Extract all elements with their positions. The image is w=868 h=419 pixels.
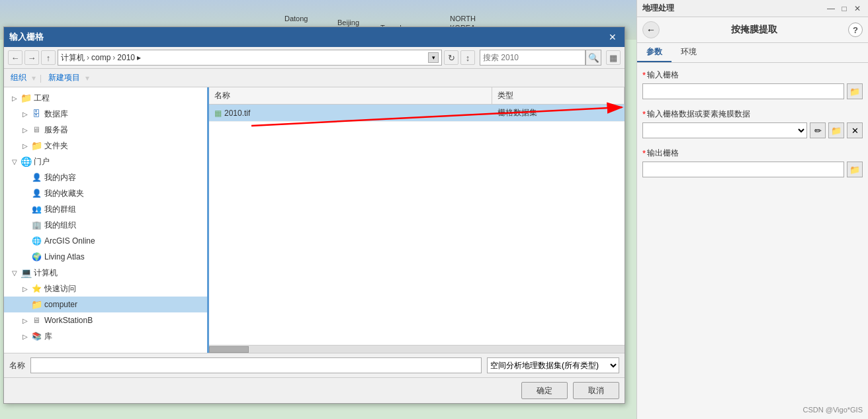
tree-toggle-db: ▷ bbox=[20, 111, 30, 118]
bottom-bar: 名称 空间分析地理数据集(所有类型) 空间分析地理数据集(所有类型) bbox=[4, 353, 625, 377]
geo-title-buttons: — □ ✕ bbox=[826, 3, 863, 14]
tree-item-db[interactable]: ▷ 🗄 数据库 bbox=[4, 106, 207, 122]
filename-input[interactable] bbox=[30, 357, 482, 373]
geo-float-button[interactable]: □ bbox=[839, 3, 849, 14]
file-cell-type: 栅格数据集 bbox=[492, 107, 625, 118]
mask-select[interactable] bbox=[642, 122, 807, 138]
geo-field-input-raster: * 输入栅格 📁 bbox=[642, 70, 863, 99]
tree-item-myfav[interactable]: 👤 我的收藏夹 bbox=[4, 185, 207, 201]
tree-item-server[interactable]: ▷ 🖥 服务器 bbox=[4, 122, 207, 138]
geo-minimize-button[interactable]: — bbox=[826, 3, 836, 14]
file-list: ▦ 2010.tif 栅格数据集 bbox=[209, 105, 625, 345]
input-raster-field[interactable] bbox=[642, 83, 844, 99]
input-raster-dialog: 输入栅格 ✕ ← → ↑ 计算机 › comp › 2010 ▸ ▾ ↻ ↕ 🔍… bbox=[3, 26, 625, 404]
tree-item-arcgis[interactable]: 🌐 ArcGIS Online bbox=[4, 233, 207, 249]
col-header-type: 类型 bbox=[492, 87, 625, 104]
tree-item-comp-node[interactable]: 📁 computer bbox=[4, 297, 207, 312]
view-toggle-button[interactable]: ▦ bbox=[606, 50, 621, 65]
tree-item-lib[interactable]: ▷ 📚 库 bbox=[4, 328, 207, 344]
tree-label-proj: 工程 bbox=[34, 93, 50, 104]
name-label: 名称 bbox=[9, 360, 25, 371]
geo-help-button[interactable]: ? bbox=[848, 23, 863, 37]
tree-item-myorg[interactable]: 🏢 我的组织 bbox=[4, 217, 207, 233]
dialog-title-bar: 输入栅格 ✕ bbox=[4, 27, 625, 47]
input-raster-folder-btn[interactable]: 📁 bbox=[847, 83, 863, 99]
search-input[interactable] bbox=[480, 50, 586, 66]
tree-item-quickaccess[interactable]: ▷ ⭐ 快速访问 bbox=[4, 281, 207, 297]
mask-edit-btn[interactable]: ✏ bbox=[810, 122, 826, 138]
geo-tabs: 参数 环境 bbox=[637, 43, 868, 63]
breadcrumb-item-comp[interactable]: comp bbox=[91, 53, 110, 62]
tree-label-computer: 计算机 bbox=[34, 267, 58, 279]
org-icon: 🏢 bbox=[30, 219, 42, 231]
organize-bar: 组织 ▾ | 新建项目 ▾ bbox=[4, 69, 625, 87]
output-folder-btn[interactable]: 📁 bbox=[847, 162, 863, 177]
breadcrumb-item-2010[interactable]: 2010 ▸ bbox=[117, 53, 141, 62]
person-icon-myfav: 👤 bbox=[30, 187, 42, 199]
tree-label-comp-node: computer bbox=[44, 300, 77, 309]
tree-label-myfav: 我的收藏夹 bbox=[44, 188, 84, 199]
search-bar: 🔍 bbox=[480, 50, 601, 66]
content-area: ▷ 📁 工程 ▷ 🗄 数据库 ▷ 🖥 服务器 ▷ 📁 文件夹 ▽ bbox=[4, 87, 625, 353]
tree-item-mycontent[interactable]: 👤 我的内容 bbox=[4, 169, 207, 185]
tree-label-quickaccess: 快速访问 bbox=[44, 283, 76, 295]
mask-clear-btn[interactable]: ✕ bbox=[847, 122, 863, 138]
tree-item-folder[interactable]: ▷ 📁 文件夹 bbox=[4, 138, 207, 154]
tab-env[interactable]: 环境 bbox=[672, 43, 706, 62]
dialog-close-button[interactable]: ✕ bbox=[606, 32, 619, 42]
tree-item-mygroup[interactable]: 👥 我的群组 bbox=[4, 201, 207, 217]
forward-button[interactable]: → bbox=[24, 50, 39, 65]
tree-item-portal[interactable]: ▽ 🌐 门户 bbox=[4, 154, 207, 169]
tree-label-arcgis: ArcGIS Online bbox=[44, 236, 95, 246]
tree-toggle-portal: ▽ bbox=[9, 158, 20, 165]
output-raster-field[interactable] bbox=[642, 162, 844, 177]
tree-item-computer[interactable]: ▽ 💻 计算机 bbox=[4, 265, 207, 281]
tree-label-folder: 文件夹 bbox=[44, 140, 68, 152]
geo-field-output: * 输出栅格 📁 bbox=[642, 148, 863, 177]
mask-row: ✏ 📁 ✕ bbox=[642, 122, 863, 138]
breadcrumb-bar: 计算机 › comp › 2010 ▸ ▾ bbox=[58, 50, 442, 66]
tree-item-atlas[interactable]: 🌍 Living Atlas bbox=[4, 249, 207, 265]
new-item-button[interactable]: 新建项目 bbox=[46, 71, 83, 85]
col-header-name: 名称 bbox=[209, 87, 492, 104]
breadcrumb-dropdown[interactable]: ▾ bbox=[428, 52, 439, 63]
geo-back-button[interactable]: ← bbox=[642, 21, 660, 38]
folder-icon: 📁 bbox=[30, 140, 42, 152]
filter-select[interactable]: 空间分析地理数据集(所有类型) 空间分析地理数据集(所有类型) bbox=[487, 357, 619, 373]
cancel-button[interactable]: 取消 bbox=[573, 382, 619, 399]
action-bar: 确定 取消 bbox=[4, 377, 625, 403]
globe-icon-portal: 🌐 bbox=[20, 156, 32, 167]
tree-item-workstation[interactable]: ▷ 🖥 WorkStationB bbox=[4, 312, 207, 328]
file-item-2010tif[interactable]: ▦ 2010.tif 栅格数据集 bbox=[209, 105, 625, 122]
arcgis-icon: 🌐 bbox=[30, 235, 42, 247]
organize-button[interactable]: 组织 bbox=[8, 71, 29, 85]
tree-label-db: 数据库 bbox=[44, 109, 68, 120]
horizontal-scrollbar[interactable] bbox=[209, 345, 625, 353]
tree-panel: ▷ 📁 工程 ▷ 🗄 数据库 ▷ 🖥 服务器 ▷ 📁 文件夹 ▽ bbox=[4, 87, 209, 353]
tree-toggle-computer: ▽ bbox=[9, 269, 20, 277]
geo-close-button[interactable]: ✕ bbox=[852, 3, 863, 14]
required-star-3: * bbox=[642, 148, 646, 158]
tree-toggle-folder: ▷ bbox=[20, 142, 30, 150]
breadcrumb-item-computer[interactable]: 计算机 bbox=[61, 52, 85, 64]
map-label-datong: Datong bbox=[284, 15, 308, 23]
tree-toggle-proj: ▷ bbox=[9, 95, 20, 102]
confirm-button[interactable]: 确定 bbox=[521, 382, 568, 399]
geo-func-title: 按掩膜提取 bbox=[664, 24, 844, 36]
geo-field-mask: * 输入栅格数据或要素掩膜数据 ✏ 📁 ✕ bbox=[642, 109, 863, 138]
file-cell-name: ▦ 2010.tif bbox=[209, 109, 492, 118]
input-raster-label: * 输入栅格 bbox=[642, 70, 863, 81]
sort-button[interactable]: ↕ bbox=[460, 50, 475, 65]
tree-item-proj[interactable]: ▷ 📁 工程 bbox=[4, 90, 207, 106]
back-button[interactable]: ← bbox=[8, 50, 22, 65]
dialog-title: 输入栅格 bbox=[9, 31, 44, 43]
mask-folder-btn[interactable]: 📁 bbox=[828, 122, 844, 138]
computer-icon: 💻 bbox=[20, 267, 32, 279]
search-button[interactable]: 🔍 bbox=[586, 50, 601, 66]
refresh-button[interactable]: ↻ bbox=[444, 50, 458, 65]
file-name-label: 2010.tif bbox=[224, 109, 250, 118]
tab-params[interactable]: 参数 bbox=[637, 43, 672, 62]
input-raster-row: 📁 bbox=[642, 83, 863, 99]
output-row: 📁 bbox=[642, 162, 863, 177]
up-button[interactable]: ↑ bbox=[41, 50, 56, 65]
